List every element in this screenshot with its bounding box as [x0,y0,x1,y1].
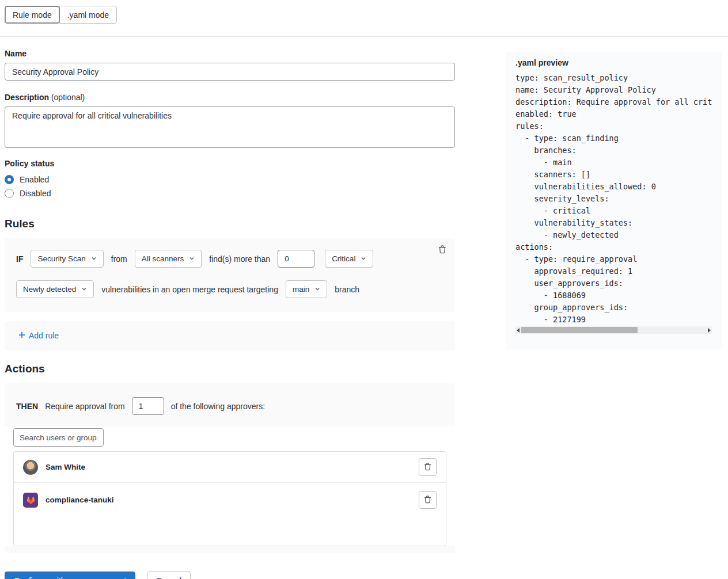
name-label: Name [5,49,455,58]
scroll-left-arrow-icon[interactable] [517,328,520,333]
action-card: THEN Require approval from of the follow… [5,383,455,553]
chevron-down-icon [314,285,320,294]
scan-type-dropdown[interactable]: Security Scan [31,250,103,268]
add-rule-card: Add rule [5,321,455,350]
approver-list: Sam White [13,451,446,546]
radio-disabled-label: Disabled [20,189,51,198]
branch-value: main [293,285,309,294]
branch-dropdown[interactable]: main [286,280,327,298]
status-option-enabled[interactable]: Enabled [5,173,455,186]
horizontal-scrollbar[interactable] [515,326,712,334]
vulnerability-state-dropdown[interactable]: Newly detected [16,280,94,298]
from-label: from [111,254,127,264]
add-rule-button[interactable]: Add rule [18,331,59,341]
severity-dropdown[interactable]: Critical [325,250,373,268]
radio-disabled-icon[interactable] [5,189,14,198]
scrollbar-thumb[interactable] [521,327,638,333]
chevron-down-icon [189,254,195,263]
scrollbar-track[interactable] [521,327,706,333]
trash-icon [438,247,447,256]
approvers-section: Sam White [5,426,455,546]
approver-row-compliance-tanuki: compliance-tanuki [14,483,446,517]
severity-value: Critical [332,254,355,263]
if-label: IF [16,254,23,264]
remove-approver-button[interactable] [419,458,437,476]
branch-label: branch [335,285,359,294]
rule-row-2: Newly detected vulnerabilities in an ope… [16,280,443,298]
description-input[interactable]: Require approval for all critical vulner… [5,106,455,148]
description-label-text: Description [5,93,49,102]
scan-type-value: Security Scan [37,254,85,263]
plus-icon [18,331,26,341]
rule-row-1: IF Security Scan from All scanners find(… [16,250,443,268]
rules-heading: Rules [5,218,455,230]
name-input[interactable] [5,63,455,81]
actions-heading: Actions [5,363,455,375]
user-avatar [23,460,38,475]
yaml-code: type: scan_result_policy name: Security … [515,72,712,326]
yaml-preview-panel: .yaml preview type: scan_result_policy n… [506,52,722,349]
trash-icon [423,462,432,473]
then-label: THEN [16,402,38,411]
policy-editor-form: Name Description (optional) Require appr… [5,49,455,553]
finds-more-than-label: find(s) more than [209,254,270,264]
mode-switcher: Rule mode .yaml mode [5,6,728,24]
trash-icon [423,495,432,505]
cancel-button[interactable]: Cancel [147,572,191,579]
configure-merge-request-button[interactable]: Configure with a merge request [5,572,135,579]
approver-name: compliance-tanuki [46,496,114,504]
yaml-preview-title: .yaml preview [515,58,712,67]
then-row: THEN Require approval from of the follow… [5,397,455,415]
targeting-label: vulnerabilities in an open merge request… [101,285,278,294]
form-footer: Configure with a merge request Cancel [5,572,728,579]
tab-yaml-mode[interactable]: .yaml mode [59,6,117,24]
chevron-down-icon [361,254,366,263]
radio-enabled-icon[interactable] [5,175,14,184]
approver-row-sam-white: Sam White [14,452,446,483]
delete-rule-button[interactable] [437,243,448,255]
status-option-disabled[interactable]: Disabled [5,186,455,200]
header-divider [0,36,728,37]
search-users-groups-input[interactable] [13,428,104,447]
vulnerabilities-allowed-input[interactable] [278,250,314,268]
state-value: Newly detected [23,285,76,294]
of-approvers-label: of the following approvers: [171,402,265,411]
scanners-dropdown[interactable]: All scanners [135,250,202,268]
add-rule-label: Add rule [29,331,59,340]
require-approval-label: Require approval from [45,402,125,411]
scanners-value: All scanners [142,254,184,263]
chevron-down-icon [81,285,87,294]
tab-rule-mode[interactable]: Rule mode [5,6,60,24]
approver-name: Sam White [46,463,85,471]
scroll-right-arrow-icon[interactable] [708,328,711,333]
approvals-required-input[interactable] [132,397,164,415]
description-optional-text: (optional) [51,93,85,102]
remove-approver-button[interactable] [419,491,437,509]
radio-enabled-label: Enabled [20,175,49,184]
group-avatar-tanuki [23,493,38,508]
chevron-down-icon [91,254,97,263]
description-label: Description (optional) [5,93,455,102]
rule-card: IF Security Scan from All scanners find(… [5,238,455,312]
policy-status-label: Policy status [5,159,455,168]
